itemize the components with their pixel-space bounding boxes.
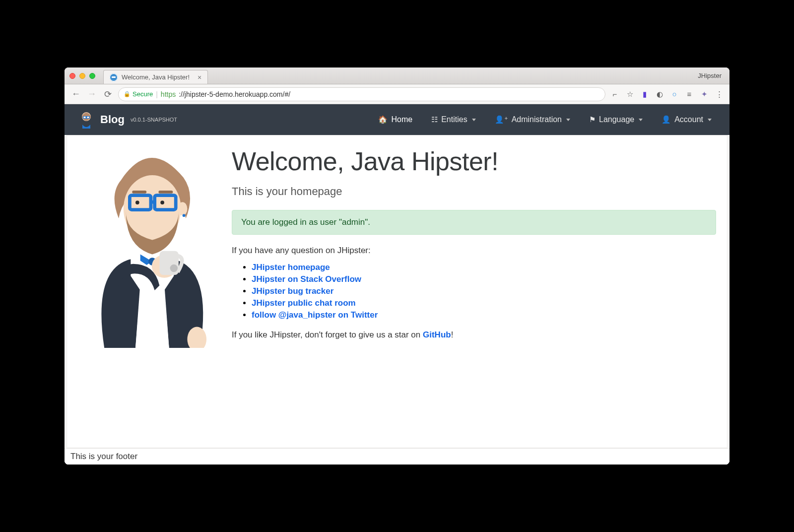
jhipster-favicon <box>110 73 118 81</box>
svg-rect-5 <box>84 117 86 118</box>
link-homepage[interactable]: JHipster homepage <box>252 263 330 272</box>
secure-badge: Secure <box>124 90 153 98</box>
flag-icon: ⚑ <box>589 115 596 124</box>
chevron-down-icon <box>566 119 570 121</box>
brand-name: Blog <box>100 113 125 126</box>
svg-rect-16 <box>158 191 173 194</box>
nav-administration[interactable]: 👤⁺ Administration <box>490 111 575 128</box>
minimize-window-button[interactable] <box>79 73 85 79</box>
svg-rect-2 <box>112 76 116 78</box>
svg-point-20 <box>170 265 178 272</box>
nav-home-label: Home <box>391 115 412 124</box>
star-suffix: ! <box>451 330 454 339</box>
browser-tab[interactable]: Welcome, Java Hipster! × <box>103 70 208 84</box>
list-item: JHipster public chat room <box>252 298 716 308</box>
user-gear-icon: 👤⁺ <box>495 115 508 124</box>
link-stackoverflow[interactable]: JHipster on Stack Overflow <box>252 274 361 284</box>
maximize-window-button[interactable] <box>89 73 95 79</box>
list-icon: ☷ <box>431 115 438 124</box>
chevron-down-icon <box>639 119 643 121</box>
extension-icon-5[interactable]: ✦ <box>700 90 709 99</box>
question-text: If you have any question on JHipster: <box>232 246 716 256</box>
nav-language[interactable]: ⚑ Language <box>584 111 648 128</box>
brand[interactable]: Blog v0.0.1-SNAPSHOT <box>77 111 177 129</box>
link-twitter[interactable]: follow @java_hipster on Twitter <box>252 310 378 320</box>
chevron-down-icon <box>708 119 712 121</box>
nav-entities-label: Entities <box>441 115 467 124</box>
list-item: JHipster on Stack Overflow <box>252 274 716 284</box>
extension-icon-1[interactable]: ▮ <box>640 90 649 99</box>
brand-logo-icon <box>77 111 95 129</box>
home-icon: 🏠 <box>378 115 388 124</box>
titlebar: Welcome, Java Hipster! × JHipster <box>65 67 729 84</box>
hipster-illustration <box>78 146 222 437</box>
extension-icon-4[interactable]: ≡ <box>685 90 694 99</box>
nav-account-label: Account <box>674 115 703 124</box>
star-prefix: If you like JHipster, don't forget to gi… <box>232 330 423 339</box>
brand-version: v0.0.1-SNAPSHOT <box>131 117 177 123</box>
list-item: follow @java_hipster on Twitter <box>252 310 716 320</box>
browser-menu-icon[interactable]: ⋮ <box>715 90 724 99</box>
list-item: JHipster bug tracker <box>252 286 716 296</box>
page-viewport: Blog v0.0.1-SNAPSHOT 🏠 Home ☷ Entities 👤… <box>65 104 729 465</box>
link-bugtracker[interactable]: JHipster bug tracker <box>252 286 333 296</box>
list-item: JHipster homepage <box>252 263 716 272</box>
resource-links: JHipster homepage JHipster on Stack Over… <box>232 263 716 320</box>
tab-title: Welcome, Java Hipster! <box>122 73 190 81</box>
window-title: JHipster <box>698 72 725 79</box>
user-icon: 👤 <box>662 115 671 124</box>
forward-button[interactable]: → <box>86 89 97 99</box>
chevron-down-icon <box>472 119 476 121</box>
nav-account[interactable]: 👤 Account <box>657 111 717 128</box>
main-content: Welcome, Java Hipster! This is your home… <box>66 135 728 448</box>
login-alert: You are logged in as user "admin". <box>232 210 716 235</box>
extension-icon-2[interactable]: ◐ <box>655 90 664 99</box>
app-footer: This is your footer <box>65 448 729 465</box>
url-input[interactable]: Secure | https://jhipster-5-demo.herokua… <box>118 87 605 101</box>
link-github[interactable]: GitHub <box>423 330 451 339</box>
key-icon[interactable]: ⌐ <box>610 90 619 99</box>
page-title: Welcome, Java Hipster! <box>232 146 716 176</box>
toolbar-extensions: ⌐ ☆ ▮ ◐ ○ ≡ ✦ ⋮ <box>610 90 724 99</box>
github-star-line: If you like JHipster, don't forget to gi… <box>232 330 716 340</box>
star-icon[interactable]: ☆ <box>625 90 634 99</box>
nav-language-label: Language <box>599 115 634 124</box>
svg-point-13 <box>135 200 139 204</box>
svg-point-8 <box>178 202 187 215</box>
svg-rect-15 <box>132 191 146 194</box>
back-button[interactable]: ← <box>70 89 81 99</box>
url-path: ://jhipster-5-demo.herokuapp.com/#/ <box>179 90 290 98</box>
close-window-button[interactable] <box>69 73 75 79</box>
page-subtitle: This is your homepage <box>232 185 716 198</box>
nav-home[interactable]: 🏠 Home <box>373 111 417 128</box>
app-navbar: Blog v0.0.1-SNAPSHOT 🏠 Home ☷ Entities 👤… <box>65 104 729 135</box>
main-column: Welcome, Java Hipster! This is your home… <box>232 146 716 437</box>
reload-button[interactable]: ⟳ <box>102 89 113 100</box>
browser-window: Welcome, Java Hipster! × JHipster ← → ⟳ … <box>65 67 729 465</box>
url-protocol: https <box>161 90 176 98</box>
extension-icon-3[interactable]: ○ <box>670 90 679 99</box>
nav-admin-label: Administration <box>512 115 562 124</box>
svg-point-14 <box>160 200 164 204</box>
address-bar: ← → ⟳ Secure | https://jhipster-5-demo.h… <box>65 84 729 104</box>
nav-entities[interactable]: ☷ Entities <box>426 111 480 128</box>
svg-point-9 <box>183 214 186 217</box>
svg-rect-6 <box>87 117 89 118</box>
close-tab-icon[interactable]: × <box>198 73 201 81</box>
window-controls <box>69 73 95 79</box>
link-chat[interactable]: JHipster public chat room <box>252 298 356 308</box>
